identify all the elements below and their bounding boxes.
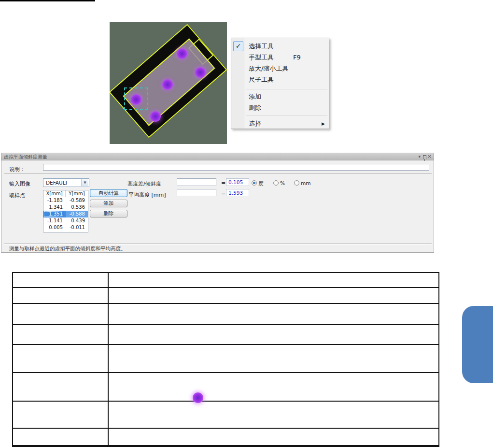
add-button[interactable]: 添加 [90, 200, 127, 207]
table-cell [13, 304, 109, 324]
table-row[interactable]: -1.141 0.439 [43, 217, 88, 224]
avg-height-label: 平均高度 [mm] [128, 191, 166, 199]
measurement-image[interactable] [110, 22, 227, 144]
separator [4, 173, 432, 174]
dialog-titlebar[interactable]: 虚拟平面倾斜度测量 [1, 153, 434, 160]
height-diff-value: 0.105 [226, 178, 249, 186]
radio-percent-label: % [280, 180, 285, 186]
sample-point-dot[interactable] [150, 111, 161, 122]
page: ✓ 选择工具 手型工具 F9 放大/缩小工具 尺子工具 添加 删除 选择 ▶ 虚… [0, 0, 493, 448]
input-image-value: DEFAULT [46, 180, 68, 186]
table-cell [13, 345, 109, 372]
equals-sign: = [221, 180, 225, 186]
cell-x: -1.141 [43, 217, 66, 224]
avg-height-input[interactable] [177, 189, 216, 196]
table-row[interactable]: 1.341 0.536 [43, 204, 88, 211]
table-cell [109, 325, 438, 344]
cell-y: -0.588 [66, 211, 88, 217]
table-row [13, 345, 438, 373]
delete-button[interactable]: 删除 [90, 210, 127, 217]
table-cell [13, 325, 109, 344]
sample-point-dot[interactable] [162, 79, 173, 90]
cell-x: -1.183 [43, 197, 66, 204]
table-cell [13, 373, 109, 401]
table-row [13, 304, 438, 325]
combo-arrow-icon[interactable]: ▼ [81, 179, 88, 186]
radio-mm[interactable] [294, 180, 299, 186]
separator [4, 244, 432, 245]
cell-y: 0.439 [66, 217, 88, 224]
description-label: 说明： [9, 166, 25, 173]
checkmark-icon: ✓ [233, 41, 243, 51]
menu-separator [246, 89, 327, 89]
context-menu: ✓ 选择工具 手型工具 F9 放大/缩小工具 尺子工具 添加 删除 选择 ▶ [231, 38, 329, 129]
table-row [13, 325, 438, 345]
height-diff-label: 高度差/倾斜度 [127, 180, 161, 188]
menu-item-ruler-tool[interactable]: 尺子工具 [249, 75, 274, 85]
submenu-arrow-icon: ▶ [322, 121, 325, 126]
equals-sign: = [221, 190, 225, 197]
cell-x: 1.341 [43, 204, 66, 211]
menu-item-select[interactable]: 选择 [249, 119, 261, 129]
table-cell [13, 273, 109, 287]
titlebar-dropdown-icon[interactable]: ▾ [418, 153, 421, 160]
bookmark-tab[interactable] [462, 306, 493, 383]
cell-y: -0.589 [66, 197, 88, 204]
auto-calc-button[interactable]: 自动计算 [90, 189, 127, 197]
radio-mm-label: mm [301, 180, 310, 186]
table-cell [109, 288, 438, 303]
sample-point-dot[interactable] [177, 48, 187, 59]
table-row[interactable]: -1.183 -0.589 [43, 197, 88, 204]
menu-item-hand-tool[interactable]: 手型工具 [249, 53, 274, 62]
table-row [13, 402, 438, 429]
menu-item-add[interactable]: 添加 [249, 92, 261, 101]
sample-points-label: 取样点 [9, 192, 25, 199]
menu-item-select-tool[interactable]: 选择工具 [249, 42, 274, 51]
documentation-table [12, 272, 439, 447]
table-cell [13, 288, 109, 303]
table-row[interactable]: 0.005 -0.011 [43, 224, 88, 231]
titlebar-pin-icon[interactable] [423, 153, 426, 160]
table-row [13, 429, 438, 446]
table-cell [13, 402, 109, 428]
cell-x: 0.005 [43, 224, 66, 231]
purple-dot-image [193, 392, 203, 403]
menu-icon-gutter [231, 38, 244, 129]
heading-rule [0, 0, 95, 1]
menu-item-zoom-tool[interactable]: 放大/缩小工具 [249, 64, 288, 73]
measurement-dialog: 虚拟平面倾斜度测量 ▾ × 说明： 输入图像 DEFAULT ▼ 高度差/倾斜度… [1, 153, 434, 253]
table-cell [109, 273, 438, 287]
table-cell [109, 429, 438, 445]
points-table-header: X[mm] Y[mm] [43, 190, 88, 197]
sample-point-dot[interactable] [195, 67, 206, 78]
table-row [13, 273, 438, 288]
table-cell [109, 345, 438, 372]
menu-separator [246, 116, 327, 116]
input-image-label: 输入图像 [9, 180, 30, 188]
table-row-selected[interactable]: 1.351 -0.588 [43, 211, 88, 217]
table-row [13, 373, 438, 402]
description-input[interactable] [43, 164, 429, 171]
table-cell [13, 429, 109, 445]
selection-marquee[interactable] [124, 87, 148, 110]
col-header-x: X[mm] [43, 190, 66, 197]
radio-percent[interactable] [273, 180, 279, 186]
menu-shortcut-f9: F9 [293, 53, 301, 62]
table-row [13, 288, 438, 304]
radio-degree[interactable] [252, 180, 257, 186]
height-diff-input[interactable] [177, 178, 216, 186]
menu-item-delete[interactable]: 删除 [249, 103, 261, 113]
col-header-y: Y[mm] [66, 190, 88, 197]
table-cell [109, 304, 438, 324]
avg-height-value: 1.593 [226, 189, 249, 196]
input-image-select[interactable]: DEFAULT ▼ [43, 178, 89, 187]
table-cell [109, 373, 438, 401]
sample-points-table[interactable]: X[mm] Y[mm] -1.183 -0.589 1.341 0.536 1.… [43, 190, 88, 232]
cell-x: 1.351 [43, 211, 66, 217]
table-cell [109, 402, 438, 428]
radio-degree-label: 度 [258, 180, 264, 187]
titlebar-close-icon[interactable]: × [427, 153, 432, 160]
status-text: 测量与取样点最近的虚拟平面的倾斜度和平均高度。 [9, 246, 126, 252]
cell-y: -0.011 [66, 224, 88, 231]
cell-y: 0.536 [66, 204, 88, 211]
